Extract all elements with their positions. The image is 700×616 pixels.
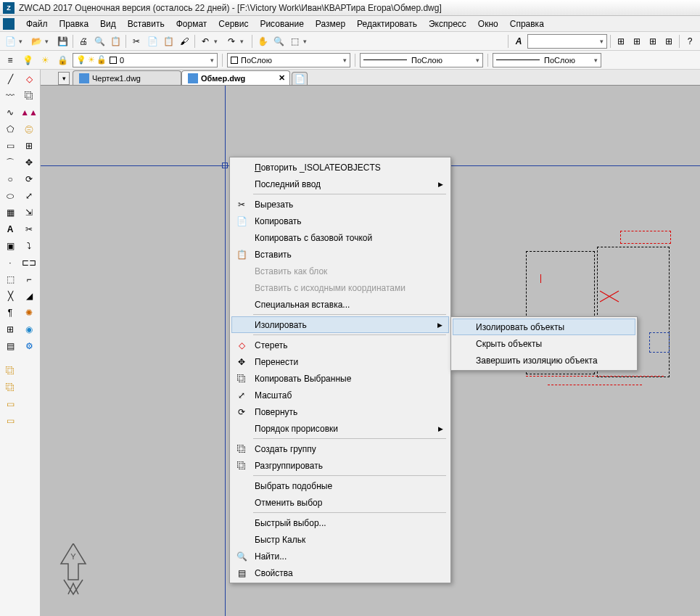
layer-lock-icon[interactable]: 🔒 [55, 53, 70, 67]
undo-icon[interactable]: ↶ [198, 34, 213, 49]
menu-tools[interactable]: Сервис [213, 17, 254, 30]
group2-icon[interactable]: ⿻ [1, 379, 19, 395]
group4-icon[interactable]: ▭ [1, 413, 19, 429]
zoom-window-icon[interactable]: ⬚ [287, 34, 302, 49]
cut-icon[interactable]: ✂ [129, 34, 144, 49]
ctx-cut[interactable]: ✂Вырезать [231, 196, 449, 213]
break-icon[interactable]: ⊏⊐ [20, 255, 38, 271]
polygon-icon[interactable]: ⬠ [1, 121, 19, 137]
paste-icon[interactable]: 📋 [161, 34, 176, 49]
group3-icon[interactable]: ▭ [1, 396, 19, 412]
tab-active[interactable]: Обмер.dwg ✕ [181, 70, 290, 85]
stretch-icon[interactable]: ⇲ [20, 205, 38, 221]
hatch-icon[interactable]: ▦ [1, 205, 19, 221]
mtext-icon[interactable]: ¶ [1, 305, 19, 321]
ctx-copy[interactable]: 📄Копировать [231, 213, 449, 229]
layer-on-icon[interactable]: 💡 [20, 53, 35, 67]
redo-dropdown-icon[interactable]: ▾ [240, 38, 249, 45]
ctx-copy-sel[interactable]: ⿻Копировать Выбранные [231, 370, 449, 387]
move-icon[interactable]: ✥ [20, 155, 38, 171]
ctx-quick-calc[interactable]: Быстр Кальк [231, 531, 449, 548]
menu-dimension[interactable]: Размер [310, 17, 351, 30]
spline-icon[interactable]: ∿ [1, 104, 19, 120]
menu-draw[interactable]: Рисование [254, 17, 309, 30]
ctx-select-similar[interactable]: Выбрать подобные [231, 477, 449, 494]
ctx-properties[interactable]: ▤Свойства [231, 564, 449, 581]
match-props-icon[interactable]: 🖌 [177, 34, 192, 49]
tab-switcher[interactable]: ▾ [58, 72, 70, 85]
ctx-copy-base[interactable]: Копировать с базовой точкой [231, 229, 449, 246]
text-icon[interactable]: A [1, 221, 19, 237]
ctx-rotate[interactable]: ⟳Повернуть [231, 403, 449, 420]
workspace2-icon[interactable]: ⊞ [630, 34, 644, 49]
offset-icon[interactable]: ㊂ [20, 121, 38, 137]
layer-combo[interactable]: 💡☀🔓 0 ▾ [73, 53, 218, 67]
ctx-deselect[interactable]: Отменить выбор [231, 494, 449, 511]
circle-icon[interactable]: ○ [1, 171, 19, 187]
ctx-recent-input[interactable]: Последний ввод▶ [231, 176, 449, 192]
menu-modify[interactable]: Редактировать [351, 17, 423, 30]
menu-edit[interactable]: Правка [54, 17, 95, 30]
arc-icon[interactable]: ⌒ [1, 155, 19, 171]
line-icon[interactable]: ╱ [1, 71, 19, 87]
scale-icon[interactable]: ⤢ [20, 188, 38, 204]
new-tab-button[interactable]: 📄 [292, 72, 308, 85]
menu-help[interactable]: Справка [504, 17, 550, 30]
color-combo[interactable]: ПоСлою ▾ [227, 53, 350, 67]
workspace3-icon[interactable]: ⊞ [646, 34, 660, 49]
sub-hide-objects[interactable]: Скрыть объекты [453, 335, 635, 352]
pan-icon[interactable]: ✋ [255, 34, 270, 49]
layer-freeze-icon[interactable]: ☀ [38, 53, 52, 67]
ctx-group[interactable]: ⿻Создать группу [231, 440, 449, 457]
workspace4-icon[interactable]: ⊞ [662, 34, 676, 49]
help-icon[interactable]: ? [683, 34, 697, 49]
ctx-paste[interactable]: 📋Вставить [231, 246, 449, 263]
menu-express[interactable]: Экспресс [423, 17, 472, 30]
sub-isolate-objects[interactable]: Изолировать объекты [453, 319, 635, 335]
zoom-icon[interactable]: 🔍 [271, 34, 286, 49]
copy-icon[interactable]: 📄 [145, 34, 160, 49]
new-dropdown-icon[interactable]: ▾ [19, 38, 28, 45]
block-icon[interactable]: ▣ [1, 238, 19, 254]
table-icon[interactable]: ⊞ [1, 321, 19, 337]
menu-file[interactable]: Файл [20, 17, 54, 30]
erase-tool-icon[interactable]: ◇ [20, 71, 38, 87]
fillet-icon[interactable]: ⌐ [20, 271, 38, 287]
layer-props-icon[interactable]: ≡ [3, 53, 17, 67]
save-icon[interactable]: 💾 [55, 34, 70, 49]
redo-icon[interactable]: ↷ [224, 34, 239, 49]
array-icon[interactable]: ⊞ [20, 138, 38, 154]
copy-tool-icon[interactable]: ⿻ [20, 88, 38, 104]
undo-dropdown-icon[interactable]: ▾ [214, 38, 223, 45]
menu-window[interactable]: Окно [472, 17, 504, 30]
ctx-find[interactable]: 🔍Найти... [231, 548, 449, 564]
ctx-move[interactable]: ✥Перенести [231, 353, 449, 370]
menu-insert[interactable]: Вставить [122, 17, 170, 30]
lineweight-combo[interactable]: ПоСлою ▾ [493, 53, 601, 67]
ctx-quick-select[interactable]: Быстрый выбор... [231, 514, 449, 531]
text-style-combo[interactable]: ▾ [527, 34, 607, 49]
sub-end-isolation[interactable]: Завершить изоляцию объекта [453, 352, 635, 369]
linetype-combo[interactable]: ПоСлою ▾ [360, 53, 483, 67]
tab-close-icon[interactable]: ✕ [279, 73, 285, 83]
construction-icon[interactable]: ╳ [1, 288, 19, 304]
polyline-icon[interactable]: 〰 [1, 88, 19, 104]
rectangle-icon[interactable]: ▭ [1, 138, 19, 154]
publish-icon[interactable]: 📋 [108, 34, 123, 49]
point-icon[interactable]: · [1, 255, 19, 271]
mirror-icon[interactable]: ▲▲ [20, 104, 38, 120]
open-dropdown-icon[interactable]: ▾ [45, 38, 54, 45]
extend-icon[interactable]: ⤵ [20, 238, 38, 254]
ctx-isolate[interactable]: Изолировать▶ [231, 316, 449, 333]
ellipse-icon[interactable]: ⬭ [1, 188, 19, 204]
properties-icon[interactable]: ▤ [1, 338, 19, 354]
ctx-erase[interactable]: ◇Стереть [231, 337, 449, 353]
explode-icon[interactable]: ✺ [20, 305, 38, 321]
design-icon[interactable]: ⚙ [20, 338, 38, 354]
ctx-repeat[interactable]: Повторить _ISOLATEOBJECTS [231, 159, 449, 176]
ctx-scale[interactable]: ⤢Масштаб [231, 387, 449, 403]
chamfer-icon[interactable]: ◢ [20, 288, 38, 304]
new-icon[interactable]: 📄 [3, 34, 17, 49]
ctx-ungroup[interactable]: ⿻Разгруппировать [231, 457, 449, 474]
workspace1-icon[interactable]: ⊞ [614, 34, 628, 49]
